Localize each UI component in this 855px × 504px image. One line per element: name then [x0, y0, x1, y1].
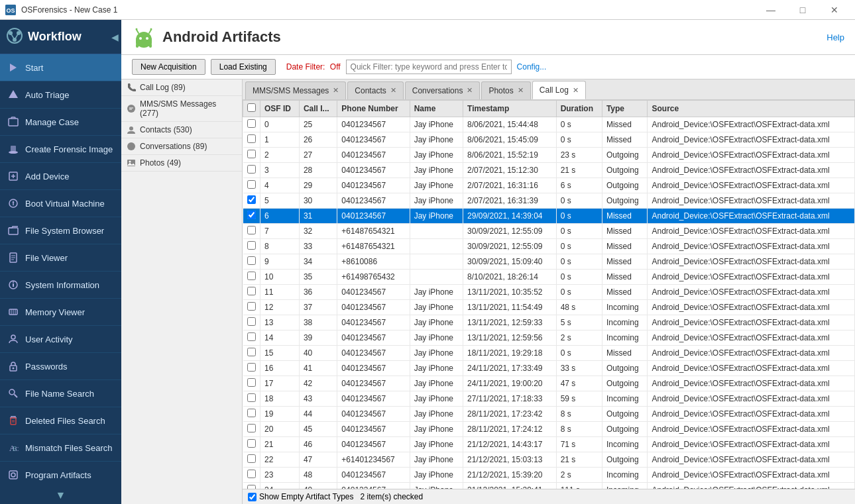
sidebar-item-manage-case[interactable]: Manage Case	[0, 109, 121, 136]
col-osf-id[interactable]: OSF ID	[260, 101, 300, 117]
row-checkbox-cell[interactable]	[243, 407, 260, 422]
table-row[interactable]: 0250401234567Jay iPhone8/06/2021, 15:44:…	[243, 117, 855, 132]
row-checkbox[interactable]	[247, 226, 256, 234]
sidebar-item-file-name-search[interactable]: File Name Search	[0, 380, 121, 407]
load-existing-button[interactable]: Load Existing	[211, 59, 276, 75]
sidebar-collapse-button[interactable]: ◀	[109, 29, 121, 45]
row-checkbox-cell[interactable]	[243, 361, 260, 376]
row-checkbox[interactable]	[247, 134, 256, 143]
row-checkbox[interactable]	[247, 272, 256, 280]
table-row[interactable]: 21460401234567Jay iPhone21/12/2021, 14:4…	[243, 437, 855, 452]
row-checkbox[interactable]	[247, 195, 256, 204]
tab-close-calllog[interactable]: ✕	[573, 86, 579, 95]
row-checkbox[interactable]	[247, 256, 256, 265]
minimize-button[interactable]: ―	[756, 0, 786, 20]
table-row[interactable]: 13380401234567Jay iPhone13/11/2021, 12:5…	[243, 315, 855, 330]
table-row[interactable]: 18430401234567Jay iPhone27/11/2021, 17:1…	[243, 391, 855, 407]
table-row[interactable]: 5300401234567Jay iPhone2/07/2021, 16:31:…	[243, 193, 855, 209]
tab-close-photos[interactable]: ✕	[518, 86, 524, 95]
row-checkbox[interactable]	[247, 454, 256, 463]
table-row[interactable]: 14390401234567Jay iPhone13/11/2021, 12:5…	[243, 330, 855, 346]
row-checkbox[interactable]	[247, 470, 256, 478]
table-row[interactable]: 1260401234567Jay iPhone8/06/2021, 15:45:…	[243, 132, 855, 148]
row-checkbox[interactable]	[247, 317, 256, 326]
select-all-checkbox[interactable]	[247, 103, 256, 112]
row-checkbox[interactable]	[247, 348, 256, 356]
sidebar-scroll-down[interactable]: ▼	[56, 489, 66, 501]
row-checkbox-cell[interactable]	[243, 315, 260, 330]
row-checkbox-cell[interactable]	[243, 178, 260, 193]
row-checkbox[interactable]	[247, 378, 256, 387]
table-row[interactable]: 2270401234567Jay iPhone8/06/2021, 15:52:…	[243, 148, 855, 163]
row-checkbox-cell[interactable]	[243, 468, 260, 483]
table-row[interactable]: 732+6148765432130/09/2021, 12:55:090 sMi…	[243, 224, 855, 239]
tab-call-log[interactable]: Call Log ✕	[532, 81, 586, 99]
table-row[interactable]: 16410401234567Jay iPhone24/11/2021, 17:3…	[243, 361, 855, 376]
row-checkbox-cell[interactable]	[243, 346, 260, 361]
row-checkbox-cell[interactable]	[243, 209, 260, 224]
row-checkbox-cell[interactable]	[243, 376, 260, 391]
col-type[interactable]: Type	[602, 101, 648, 117]
col-source[interactable]: Source	[648, 101, 855, 117]
col-phone[interactable]: Phone Number	[337, 101, 410, 117]
sidebar-item-user-activity[interactable]: User Activity	[0, 326, 121, 353]
row-checkbox-cell[interactable]	[243, 117, 260, 132]
col-timestamp[interactable]: Timestamp	[463, 101, 557, 117]
table-row[interactable]: 833+6148765432130/09/2021, 12:55:090 sMi…	[243, 239, 855, 254]
show-empty-label[interactable]: Show Empty Artifact Types	[248, 492, 354, 501]
row-checkbox-cell[interactable]	[243, 163, 260, 178]
row-checkbox[interactable]	[247, 439, 256, 448]
row-checkbox-cell[interactable]	[243, 483, 260, 489]
row-checkbox-cell[interactable]	[243, 285, 260, 300]
quick-filter-input[interactable]	[346, 60, 512, 74]
close-button[interactable]: ✕	[819, 0, 850, 20]
left-panel-item-contacts[interactable]: Contacts (530)	[121, 122, 242, 138]
sidebar-item-auto-triage[interactable]: Auto Triage	[0, 81, 121, 109]
sidebar-item-deleted-files[interactable]: Deleted Files Search	[0, 407, 121, 434]
row-checkbox-cell[interactable]	[243, 330, 260, 346]
left-panel-item-mms[interactable]: MMS/SMS Messages (277)	[121, 96, 242, 122]
row-checkbox-cell[interactable]	[243, 193, 260, 209]
row-checkbox-cell[interactable]	[243, 422, 260, 437]
col-checkbox[interactable]	[243, 101, 260, 117]
table-row[interactable]: 19440401234567Jay iPhone28/11/2021, 17:2…	[243, 407, 855, 422]
sidebar-item-memory-viewer[interactable]: Memory Viewer	[0, 299, 121, 326]
row-checkbox[interactable]	[247, 332, 256, 341]
config-button[interactable]: Config...	[517, 62, 547, 72]
row-checkbox-cell[interactable]	[243, 239, 260, 254]
row-checkbox[interactable]	[247, 165, 256, 174]
show-empty-checkbox[interactable]	[248, 493, 256, 501]
table-row[interactable]: 3280401234567Jay iPhone2/07/2021, 15:12:…	[243, 163, 855, 178]
table-row[interactable]: 15400401234567Jay iPhone18/11/2021, 19:2…	[243, 346, 855, 361]
left-panel-item-calllog[interactable]: Call Log (89)	[121, 79, 242, 96]
row-checkbox-cell[interactable]	[243, 452, 260, 468]
row-checkbox-cell[interactable]	[243, 391, 260, 407]
tab-close-contacts[interactable]: ✕	[390, 86, 396, 95]
table-row[interactable]: 20450401234567Jay iPhone28/11/2021, 17:2…	[243, 422, 855, 437]
table-row[interactable]: 24490401234567Jay iPhone21/12/2021, 15:3…	[243, 483, 855, 489]
row-checkbox[interactable]	[247, 363, 256, 372]
row-checkbox[interactable]	[247, 241, 256, 250]
row-checkbox[interactable]	[247, 150, 256, 158]
new-acquisition-button[interactable]: New Acquisition	[132, 59, 205, 75]
row-checkbox[interactable]	[247, 287, 256, 295]
tab-mms-sms[interactable]: MMS/SMS Messages ✕	[245, 81, 346, 99]
table-row[interactable]: 2247+61401234567Jay iPhone21/12/2021, 15…	[243, 452, 855, 468]
table-row[interactable]: 17420401234567Jay iPhone24/11/2021, 19:0…	[243, 376, 855, 391]
sidebar-item-passwords[interactable]: Passwords	[0, 353, 121, 380]
tab-close-mms[interactable]: ✕	[333, 86, 339, 95]
tab-close-conversations[interactable]: ✕	[467, 86, 473, 95]
left-panel-item-photos[interactable]: Photos (49)	[121, 155, 242, 172]
sidebar-item-program-artifacts[interactable]: Program Artifacts	[0, 462, 121, 487]
sidebar-item-forensic-image[interactable]: Create Forensic Image	[0, 136, 121, 163]
table-row[interactable]: 1035+614987654328/10/2021, 18:26:140 sMi…	[243, 270, 855, 285]
sidebar-item-file-viewer[interactable]: File Viewer	[0, 244, 121, 272]
tab-photos[interactable]: Photos ✕	[481, 81, 530, 99]
left-panel-item-conversations[interactable]: Conversations (89)	[121, 138, 242, 155]
row-checkbox-cell[interactable]	[243, 148, 260, 163]
table-row[interactable]: 12370401234567Jay iPhone13/11/2021, 11:5…	[243, 300, 855, 315]
sidebar-item-start[interactable]: Start	[0, 54, 121, 81]
help-button[interactable]: Help	[826, 32, 844, 42]
sidebar-item-system-info[interactable]: System Information	[0, 272, 121, 299]
col-name[interactable]: Name	[410, 101, 463, 117]
